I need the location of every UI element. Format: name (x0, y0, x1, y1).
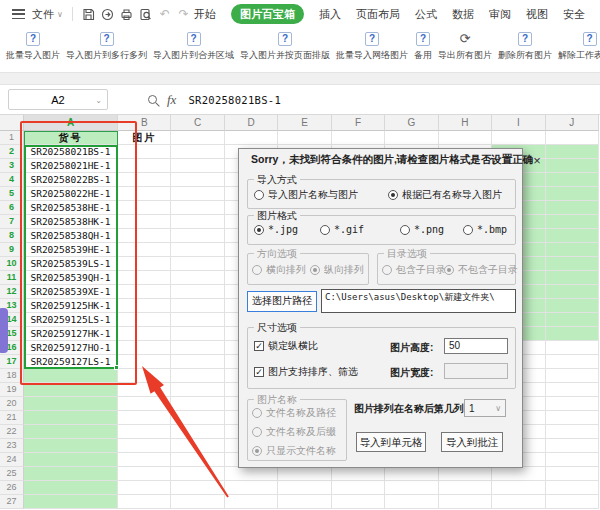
cell-J21[interactable] (546, 411, 599, 425)
cell-A4[interactable]: SR20258022BS-1 (24, 173, 118, 187)
cell-H26[interactable] (439, 481, 492, 495)
cell-J20[interactable] (546, 397, 599, 411)
cell-J11[interactable] (546, 271, 599, 285)
row-header-27[interactable]: 27 (0, 495, 24, 509)
cell-E25[interactable] (278, 467, 331, 481)
row-header-19[interactable]: 19 (0, 383, 24, 397)
print-icon[interactable] (119, 6, 135, 22)
ribbon-button-4[interactable]: ?导入图片并按页面排版 (240, 32, 330, 62)
cell-B8[interactable] (118, 229, 171, 243)
cell-G1[interactable] (385, 131, 438, 145)
row-header-9[interactable]: 9 (0, 243, 24, 257)
ribbon-button-1[interactable]: ?批量导入图片 (6, 32, 60, 62)
cell-C7[interactable] (171, 215, 224, 229)
cell-B15[interactable] (118, 327, 171, 341)
name-box-chevron-icon[interactable]: ⌄ (95, 96, 102, 105)
cell-B26[interactable] (118, 481, 171, 495)
save-icon[interactable] (81, 6, 97, 22)
cell-C8[interactable] (171, 229, 224, 243)
cell-A23[interactable] (24, 439, 118, 453)
cell-A26[interactable] (24, 481, 118, 495)
cell-A13[interactable]: SR20259125HK-1 (24, 299, 118, 313)
column-header-D[interactable]: D (225, 115, 278, 131)
cell-F27[interactable] (332, 495, 385, 509)
cell-J7[interactable] (546, 215, 599, 229)
column-header-A[interactable]: A (24, 115, 118, 131)
cell-B21[interactable] (118, 411, 171, 425)
cell-A2[interactable]: SR20258021BS-1 (24, 145, 118, 159)
cell-J6[interactable] (546, 201, 599, 215)
radio-png[interactable]: *.png (400, 224, 444, 235)
cell-H1[interactable] (439, 131, 492, 145)
cell-B22[interactable] (118, 425, 171, 439)
cell-B11[interactable] (118, 271, 171, 285)
cell-A10[interactable]: SR20258539LS-1 (24, 257, 118, 271)
tab-insert[interactable]: 插入 (319, 7, 341, 22)
cell-C17[interactable] (171, 355, 224, 369)
row-header-17[interactable]: 17 (0, 355, 24, 369)
cell-A19[interactable] (24, 383, 118, 397)
cell-A21[interactable] (24, 411, 118, 425)
cell-A1[interactable]: 货号 (24, 131, 118, 145)
row-header-18[interactable]: 18 (0, 369, 24, 383)
cell-B24[interactable] (118, 453, 171, 467)
row-header-2[interactable]: 2 (0, 145, 24, 159)
cell-J9[interactable] (546, 243, 599, 257)
radio-jpg[interactable]: *.jpg (254, 224, 298, 235)
cell-G26[interactable] (385, 481, 438, 495)
cell-A12[interactable]: SR20258539XE-1 (24, 285, 118, 299)
tab-review[interactable]: 审阅 (489, 7, 511, 22)
tab-picture-toolbox[interactable]: 图片百宝箱 (231, 4, 304, 24)
cell-H27[interactable] (439, 495, 492, 509)
cell-J16[interactable] (546, 341, 599, 355)
cell-C16[interactable] (171, 341, 224, 355)
cell-C9[interactable] (171, 243, 224, 257)
cell-C20[interactable] (171, 397, 224, 411)
row-header-21[interactable]: 21 (0, 411, 24, 425)
zoom-search-icon[interactable] (148, 95, 157, 104)
tab-view[interactable]: 视图 (526, 7, 548, 22)
name-box[interactable]: A2 ⌄ (8, 89, 108, 110)
cell-J25[interactable] (546, 467, 599, 481)
chevron-down-icon[interactable]: ∨ (57, 10, 63, 19)
cell-B1[interactable]: 图片 (118, 131, 171, 145)
cell-G27[interactable] (385, 495, 438, 509)
row-header-4[interactable]: 4 (0, 173, 24, 187)
column-header-E[interactable]: E (278, 115, 331, 131)
cell-C3[interactable] (171, 159, 224, 173)
cell-J14[interactable] (546, 313, 599, 327)
cell-J17[interactable] (546, 355, 599, 369)
tab-security[interactable]: 安全 (563, 7, 585, 22)
cell-C2[interactable] (171, 145, 224, 159)
cell-A11[interactable]: SR20258539QH-1 (24, 271, 118, 285)
cell-B25[interactable] (118, 467, 171, 481)
cell-I1[interactable] (492, 131, 545, 145)
cell-C25[interactable] (171, 467, 224, 481)
cell-J23[interactable] (546, 439, 599, 453)
cell-J3[interactable] (546, 159, 599, 173)
cell-C10[interactable] (171, 257, 224, 271)
tab-formulas[interactable]: 公式 (415, 7, 437, 22)
cell-F26[interactable] (332, 481, 385, 495)
cell-J1[interactable] (546, 131, 599, 145)
column-header-J[interactable]: J (546, 115, 599, 131)
image-path-input[interactable]: C:\Users\asus\Desktop\新建文件夹\ (321, 289, 516, 313)
row-header-26[interactable]: 26 (0, 481, 24, 495)
ribbon-button-6[interactable]: ?备用 (414, 32, 432, 62)
cell-D25[interactable] (225, 467, 278, 481)
cell-I27[interactable] (492, 495, 545, 509)
cell-C13[interactable] (171, 299, 224, 313)
cell-C1[interactable] (171, 131, 224, 145)
row-header-6[interactable]: 6 (0, 201, 24, 215)
cell-A5[interactable]: SR20258022HE-1 (24, 187, 118, 201)
cell-A27[interactable] (24, 495, 118, 509)
row-header-12[interactable]: 12 (0, 285, 24, 299)
cell-F1[interactable] (332, 131, 385, 145)
image-height-input[interactable]: 50 (444, 338, 508, 354)
column-offset-dropdown[interactable]: 1 ∨ (464, 399, 506, 417)
cell-B16[interactable] (118, 341, 171, 355)
row-header-8[interactable]: 8 (0, 229, 24, 243)
cell-C6[interactable] (171, 201, 224, 215)
cell-J2[interactable] (546, 145, 599, 159)
cell-A18[interactable] (24, 369, 118, 383)
